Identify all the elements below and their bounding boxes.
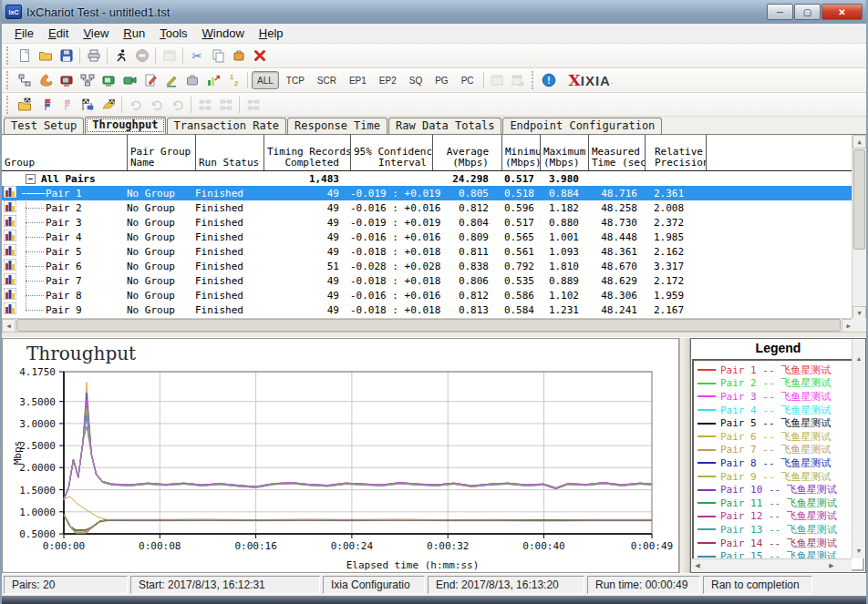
menu-run[interactable]: Run xyxy=(116,25,152,42)
add-hardware-pair-icon[interactable] xyxy=(119,70,140,90)
column-header-95-confidence-interval[interactable]: 95% ConfidenceInterval xyxy=(350,135,432,170)
scroll-right-icon[interactable]: ▶ xyxy=(825,559,838,572)
scroll-thumb[interactable] xyxy=(853,149,865,250)
table-horizontal-scrollbar[interactable]: ◀ ▶ xyxy=(2,318,855,332)
delete-icon[interactable] xyxy=(249,46,270,66)
view-filter-pc[interactable]: PC xyxy=(456,71,480,89)
run-test-icon[interactable] xyxy=(110,46,131,66)
view-filter-ep1[interactable]: EP1 xyxy=(344,71,372,89)
tab-response-time[interactable]: Response Time xyxy=(287,118,388,134)
table-row-pair-5[interactable]: Pair 5No GroupFinished49-0.018 : +0.0180… xyxy=(2,244,866,259)
tab-throughput[interactable]: Throughput xyxy=(85,117,165,134)
legend-item-pair-10[interactable]: Pair 10 -- 飞鱼星测试 xyxy=(698,483,863,497)
pale-flags-icon[interactable] xyxy=(56,95,77,115)
tab-raw-data-totals[interactable]: Raw Data Totals xyxy=(388,118,501,134)
scroll-up-icon[interactable]: ▲ xyxy=(852,135,866,148)
legend-horizontal-scrollbar[interactable]: ◀ ▶ xyxy=(691,558,852,572)
tab-endpoint-configuration[interactable]: Endpoint Configuration xyxy=(502,118,662,134)
horizontal-splitter[interactable] xyxy=(2,332,866,338)
swap-endpoints-icon[interactable]: 12 xyxy=(223,70,244,90)
view-filter-scr[interactable]: SCR xyxy=(312,71,342,89)
legend-item-pair-3[interactable]: Pair 3 -- 飞鱼星测试 xyxy=(698,390,863,404)
legend-item-pair-1[interactable]: Pair 1 -- 飞鱼星测试 xyxy=(698,363,863,377)
legend-label: Pair 6 -- 飞鱼星测试 xyxy=(720,430,831,444)
legend-item-pair-14[interactable]: Pair 14 -- 飞鱼星测试 xyxy=(698,537,863,550)
table-row-pair-3[interactable]: Pair 3No GroupFinished49-0.019 : +0.0190… xyxy=(2,215,866,230)
menu-window[interactable]: Window xyxy=(195,25,252,42)
menu-edit[interactable]: Edit xyxy=(41,25,76,42)
table-row-pair-6[interactable]: Pair 6No GroupFinished51-0.028 : +0.0280… xyxy=(2,259,866,273)
table-row-pair-7[interactable]: Pair 7No GroupFinished49-0.018 : +0.0180… xyxy=(2,273,866,288)
legend-item-pair-6[interactable]: Pair 6 -- 飞鱼星测试 xyxy=(698,430,863,444)
column-header-timing-records-completed[interactable]: Timing RecordsCompleted xyxy=(264,135,350,170)
add-video-multicast-icon[interactable] xyxy=(98,70,119,90)
column-header-maximum-mbps-[interactable]: Maximum(Mbps) xyxy=(540,135,588,170)
menu-help[interactable]: Help xyxy=(252,25,291,42)
legend-item-pair-9[interactable]: Pair 9 -- 飞鱼星测试 xyxy=(698,470,863,484)
table-row-pair-1[interactable]: Pair 1No GroupFinished49-0.019 : +0.0190… xyxy=(2,186,866,200)
view-filter-sq[interactable]: SQ xyxy=(404,71,428,89)
legend-item-pair-13[interactable]: Pair 13 -- 飞鱼星测试 xyxy=(698,523,863,537)
add-multicast-group-icon[interactable] xyxy=(77,70,98,90)
paste-icon[interactable] xyxy=(228,46,249,66)
legend-item-pair-11[interactable]: Pair 11 -- 飞鱼星测试 xyxy=(698,497,863,510)
minimize-button[interactable]: ─ xyxy=(767,4,793,20)
scroll-up-icon[interactable]: ▲ xyxy=(852,352,865,364)
view-filter-tcp[interactable]: TCP xyxy=(281,71,310,89)
scroll-left-icon[interactable]: ◀ xyxy=(691,559,704,572)
add-voip-pair-icon[interactable] xyxy=(35,70,56,90)
legend-item-pair-4[interactable]: Pair 4 -- 飞鱼星测试 xyxy=(698,404,863,417)
print-icon[interactable] xyxy=(83,46,104,66)
column-header-measured-time-sec-[interactable]: MeasuredTime (sec) xyxy=(588,135,645,170)
table-row-pair-9[interactable]: Pair 9No GroupFinished49-0.018 : +0.0180… xyxy=(2,302,866,317)
maximize-button[interactable]: ▢ xyxy=(794,4,821,20)
legend-item-pair-12[interactable]: Pair 12 -- 飞鱼星测试 xyxy=(698,510,863,524)
cut-icon[interactable]: ✂ xyxy=(186,46,207,66)
menu-view[interactable]: View xyxy=(76,25,116,42)
column-header-group[interactable]: Group xyxy=(2,135,127,170)
view-filter-all[interactable]: ALL xyxy=(252,71,279,89)
view-filter-ep2[interactable]: EP2 xyxy=(374,71,402,89)
edit-item-icon[interactable] xyxy=(140,70,160,90)
scroll-down-icon[interactable]: ▼ xyxy=(852,544,865,557)
legend-item-pair-5[interactable]: Pair 5 -- 飞鱼星测试 xyxy=(698,416,863,430)
legend-item-pair-2[interactable]: Pair 2 -- 飞鱼星测试 xyxy=(698,377,863,391)
vertical-splitter[interactable] xyxy=(679,338,690,573)
tab-test-setup[interactable]: Test Setup xyxy=(4,118,84,134)
open-test-icon[interactable] xyxy=(35,46,56,66)
run-options-folder-flag-icon[interactable] xyxy=(14,95,35,115)
view-filter-pg[interactable]: PG xyxy=(429,71,453,89)
save-test-icon[interactable] xyxy=(56,46,77,66)
edit-script-icon[interactable] xyxy=(160,70,181,90)
table-row-pair-2[interactable]: Pair 2No GroupFinished49-0.016 : +0.0160… xyxy=(2,200,866,215)
table-row-pair-8[interactable]: Pair 8No GroupFinished49-0.016 : +0.0160… xyxy=(2,288,866,302)
column-header-pair-group-name[interactable]: Pair GroupName xyxy=(127,135,195,170)
swoosh-flag-icon[interactable] xyxy=(98,95,119,115)
scroll-thumb[interactable] xyxy=(16,319,841,332)
legend-item-pair-8[interactable]: Pair 8 -- 飞鱼星测试 xyxy=(698,456,863,470)
datagram-options-icon[interactable] xyxy=(202,70,223,90)
new-test-icon[interactable] xyxy=(14,46,35,66)
table-row-pair-4[interactable]: Pair 4No GroupFinished49-0.016 : +0.0160… xyxy=(2,230,866,244)
legend-vertical-scrollbar[interactable]: ▲ ▼ xyxy=(852,339,865,558)
add-pair-icon[interactable] xyxy=(14,70,35,90)
legend-item-pair-7[interactable]: Pair 7 -- 飞鱼星测试 xyxy=(698,444,863,457)
info-icon[interactable]: ! xyxy=(539,70,560,90)
add-video-pair-icon[interactable] xyxy=(56,70,77,90)
checkered-flags-icon[interactable] xyxy=(77,95,98,115)
menu-file[interactable]: File xyxy=(7,25,41,42)
column-header-relative-precision[interactable]: RelativePrecision xyxy=(645,135,706,170)
copy-icon[interactable] xyxy=(207,46,228,66)
column-header-run-status[interactable]: Run Status xyxy=(195,135,264,170)
column-header-minimum-mbps-[interactable]: Minimum(Mbps) xyxy=(501,135,540,170)
menu-tools[interactable]: Tools xyxy=(152,25,194,42)
all-pairs-summary-row[interactable]: −All Pairs1,48324.2980.5173.980 xyxy=(2,171,866,186)
tab-transaction-rate[interactable]: Transaction Rate xyxy=(167,118,287,134)
close-button[interactable]: ✕ xyxy=(822,4,863,20)
flag-pin-icon[interactable] xyxy=(35,95,56,115)
replicate-icon[interactable] xyxy=(181,70,202,90)
scroll-left-icon[interactable]: ◀ xyxy=(2,319,16,332)
table-vertical-scrollbar[interactable]: ▲ ▼ xyxy=(852,135,866,320)
collapse-icon[interactable]: − xyxy=(26,174,36,184)
column-header-average-mbps-[interactable]: Average(Mbps) xyxy=(432,135,501,170)
